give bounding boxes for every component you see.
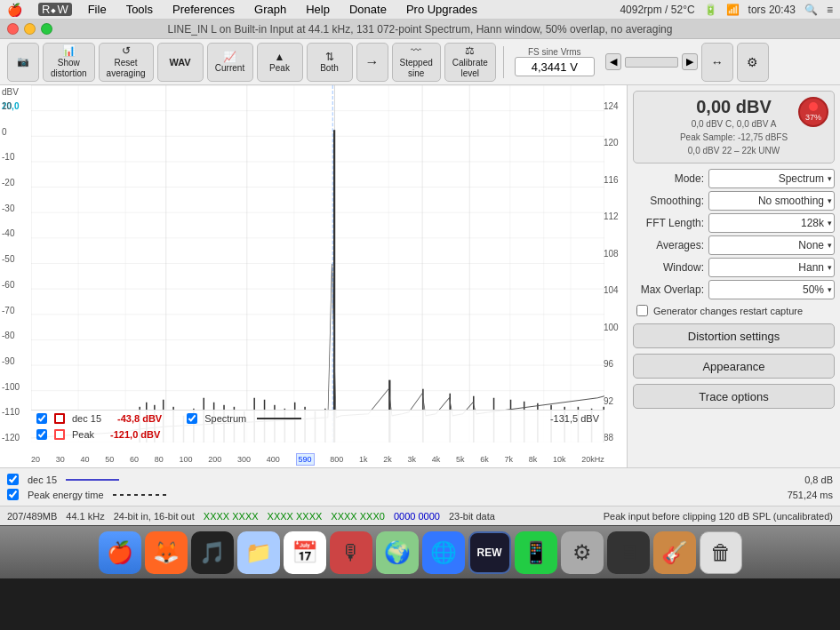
chart-legend: dec 15 -43,8 dBV Spectrum -131,5 dBV Pea… bbox=[31, 410, 604, 443]
reset-averaging-button[interactable]: ↺ Reset averaging bbox=[99, 43, 154, 82]
values4-status: 0000 0000 bbox=[394, 511, 440, 522]
menu-bar-right: 4092rpm / 52°C 🔋 📶 tors 20:43 🔍 ≡ bbox=[620, 4, 833, 16]
menu-rew[interactable]: R⬥W bbox=[38, 3, 72, 16]
legend-spectrum-label: Spectrum bbox=[204, 413, 246, 424]
dock-trash[interactable]: 🗑 bbox=[700, 531, 742, 574]
current-button[interactable]: 📈 Current bbox=[207, 43, 253, 82]
r-label-100: 100 bbox=[604, 323, 627, 332]
dock-calendar[interactable]: 📅 bbox=[284, 531, 326, 574]
generator-checkbox[interactable] bbox=[636, 305, 648, 316]
dock-music[interactable]: 🎵 bbox=[191, 531, 234, 574]
x-label-300: 300 bbox=[237, 455, 251, 464]
wifi-icon: 📶 bbox=[726, 4, 740, 16]
x-label-20k: 20kHz bbox=[581, 455, 604, 464]
dock-finder[interactable]: 🍎 bbox=[99, 531, 141, 574]
export-icon: → bbox=[365, 54, 380, 70]
battery-icon: 🔋 bbox=[704, 4, 717, 16]
distortion-settings-button[interactable]: Distortion settings bbox=[633, 323, 835, 348]
peak-icon: ▲ bbox=[275, 51, 285, 63]
calibrate-icon: ⚖ bbox=[465, 44, 475, 57]
smoothing-dropdown[interactable]: No smoothing ▾ bbox=[708, 191, 835, 211]
menu-help[interactable]: Help bbox=[302, 3, 333, 16]
menu-tools[interactable]: Tools bbox=[123, 3, 156, 16]
camera-button[interactable]: 📷 bbox=[7, 43, 39, 82]
dock-firefox[interactable]: 🦊 bbox=[145, 531, 188, 574]
y-label-10: 10 bbox=[2, 101, 20, 111]
menu-preferences[interactable]: Preferences bbox=[169, 3, 238, 16]
wav-button[interactable]: WAV bbox=[157, 43, 204, 82]
both-icon: ⇅ bbox=[325, 51, 334, 63]
menu-bar: 🍎 R⬥W File Tools Preferences Graph Help … bbox=[0, 0, 840, 20]
generator-checkbox-row: Generator changes restart capture bbox=[633, 305, 835, 316]
legend-dec15-label: dec 15 bbox=[72, 413, 101, 424]
minimize-button[interactable] bbox=[24, 23, 36, 35]
appearance-button[interactable]: Appearance bbox=[633, 354, 835, 379]
legend-peak-checkbox[interactable] bbox=[36, 429, 47, 440]
max-overlap-row: Max Overlap: 50% ▾ bbox=[633, 280, 835, 299]
calibrate-button[interactable]: ⚖ Calibrate level bbox=[444, 43, 496, 82]
averages-dropdown[interactable]: None ▾ bbox=[708, 235, 835, 255]
fft-dropdown[interactable]: 128k ▾ bbox=[708, 213, 835, 233]
fs-sine-value-input[interactable] bbox=[515, 57, 595, 76]
x-label-60: 60 bbox=[130, 455, 139, 464]
mode-dropdown[interactable]: Spectrum ▾ bbox=[708, 169, 835, 188]
x-label-80: 80 bbox=[155, 455, 164, 464]
show-distortion-button[interactable]: 📊 Show distortion bbox=[43, 43, 95, 82]
dock-mic[interactable]: 🎙 bbox=[330, 531, 372, 574]
trace-options-button[interactable]: Trace options bbox=[633, 384, 835, 409]
cpu-status: 4092rpm / 52°C bbox=[620, 4, 694, 16]
dock-maps[interactable]: 🌍 bbox=[376, 531, 419, 574]
max-overlap-dropdown[interactable]: 50% ▾ bbox=[708, 280, 835, 299]
main-area: dBV 20,0 bbox=[0, 85, 840, 467]
peak-button[interactable]: ▲ Peak bbox=[257, 43, 303, 82]
max-overlap-label: Max Overlap: bbox=[633, 283, 708, 296]
apple-menu[interactable]: 🍎 bbox=[7, 3, 22, 17]
zoom-slider[interactable] bbox=[625, 57, 678, 68]
close-button[interactable] bbox=[7, 23, 19, 35]
menu-file[interactable]: File bbox=[84, 3, 110, 16]
window-dropdown[interactable]: Hann ▾ bbox=[708, 258, 835, 277]
dock-files[interactable]: 📁 bbox=[237, 531, 280, 574]
dock-browser[interactable]: 🌐 bbox=[422, 531, 465, 574]
dock-rew-app[interactable]: REW bbox=[468, 531, 511, 574]
window-title: LINE_IN L on Built-in Input at 44.1 kHz,… bbox=[168, 23, 673, 36]
bottom-peak-dashed-line bbox=[113, 494, 166, 496]
bottom-peak-checkbox[interactable] bbox=[7, 489, 19, 500]
zoom-out-button[interactable]: ◀ bbox=[605, 53, 621, 70]
menu-icon[interactable]: ≡ bbox=[827, 4, 833, 16]
fft-chevron-icon: ▾ bbox=[828, 219, 832, 227]
mode-row: Mode: Spectrum ▾ bbox=[633, 169, 835, 188]
legend-spectrum-value: -131,5 dBV bbox=[550, 413, 599, 424]
y-label--20: -20 bbox=[2, 178, 20, 187]
zoom-in-button[interactable]: ▶ bbox=[682, 53, 698, 70]
x-label-3k: 3k bbox=[408, 455, 417, 464]
legend-dec15-checkbox[interactable] bbox=[36, 413, 47, 424]
dock-guitar[interactable]: 🎸 bbox=[653, 531, 696, 574]
right-labels: 124 120 116 112 108 104 100 96 92 88 bbox=[604, 101, 627, 443]
dock-phone[interactable]: 📱 bbox=[515, 531, 557, 574]
maximize-button[interactable] bbox=[41, 23, 52, 35]
smoothing-value: No smoothing bbox=[758, 195, 824, 207]
x-label-4k: 4k bbox=[432, 455, 441, 464]
export-button[interactable]: → bbox=[356, 43, 388, 82]
legend-spectrum-checkbox[interactable] bbox=[187, 413, 197, 424]
menu-graph[interactable]: Graph bbox=[251, 3, 290, 16]
bottom-dec15-checkbox[interactable] bbox=[7, 474, 19, 485]
r-label-120: 120 bbox=[604, 138, 627, 148]
both-button[interactable]: ⇅ Both bbox=[307, 43, 353, 82]
dock-monitor[interactable]: 🖥 bbox=[607, 531, 650, 574]
dock-settings[interactable]: ⚙ bbox=[561, 531, 604, 574]
dbv-subtext: 0,0 dBV C, 0,0 dBV A Peak Sample: -12,75… bbox=[639, 117, 828, 157]
settings-button[interactable]: ⚙ bbox=[737, 43, 769, 82]
fft-row: FFT Length: 128k ▾ bbox=[633, 213, 835, 233]
values1-status: XXXX XXXX bbox=[204, 511, 259, 522]
rec-button[interactable]: 37% bbox=[798, 97, 828, 127]
x-label-5k: 5k bbox=[456, 455, 465, 464]
bottom-dec15-label: dec 15 bbox=[28, 474, 57, 485]
averages-chevron-icon: ▾ bbox=[828, 241, 832, 250]
expand-button[interactable]: ↔ bbox=[701, 43, 733, 82]
stepped-sine-button[interactable]: 〰 Stepped sine bbox=[392, 43, 441, 82]
menu-donate[interactable]: Donate bbox=[346, 3, 390, 16]
search-icon[interactable]: 🔍 bbox=[804, 4, 818, 16]
menu-pro[interactable]: Pro Upgrades bbox=[403, 3, 481, 16]
